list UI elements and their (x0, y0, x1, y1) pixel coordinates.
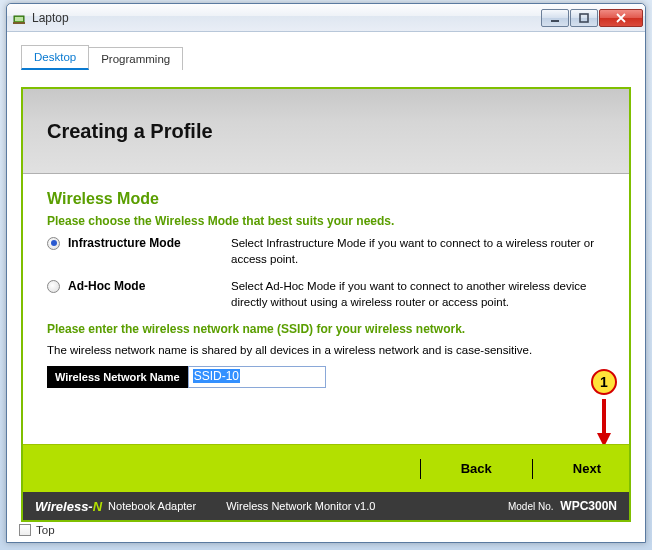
separator-icon (420, 459, 421, 479)
back-button[interactable]: Back (461, 461, 492, 476)
nav-bar: Back Next (23, 444, 629, 492)
label-infrastructure: Infrastructure Mode (68, 236, 181, 250)
minimize-button[interactable] (541, 9, 569, 27)
arrow-down-icon (587, 397, 621, 447)
svg-rect-2 (13, 22, 25, 24)
prompt-mode: Please choose the Wireless Mode that bes… (47, 214, 605, 228)
tab-desktop[interactable]: Desktop (21, 45, 89, 70)
adapter-label: Notebook Adapter (108, 500, 196, 512)
prompt-ssid: Please enter the wireless network name (… (47, 322, 605, 336)
desc-adhoc: Select Ad-Hoc Mode if you want to connec… (231, 279, 605, 310)
next-button[interactable]: Next (573, 461, 601, 476)
ssid-field-label: Wireless Network Name (47, 366, 188, 388)
callout-number: 1 (591, 369, 617, 395)
section-wireless-mode: Wireless Mode (47, 190, 605, 208)
tab-row: Desktop Programming (21, 44, 171, 70)
top-checkbox-row: Top (19, 524, 55, 536)
app-icon (13, 11, 27, 25)
titlebar[interactable]: Laptop (7, 4, 645, 32)
panel-header: Creating a Profile (23, 89, 629, 174)
radio-adhoc[interactable] (47, 280, 60, 293)
svg-rect-3 (551, 20, 559, 22)
ssid-input[interactable]: SSID-10 (188, 366, 326, 388)
tab-programming[interactable]: Programming (88, 47, 183, 70)
close-button[interactable] (599, 9, 643, 27)
adapter-panel: Creating a Profile Wireless Mode Please … (21, 87, 631, 522)
svg-rect-1 (15, 17, 23, 21)
separator-icon (532, 459, 533, 479)
page-title: Creating a Profile (47, 120, 213, 143)
app-window: Laptop Desktop Programming Creating a Pr… (6, 3, 646, 543)
callout-annotation: 1 (587, 369, 621, 447)
maximize-button[interactable] (570, 9, 598, 27)
monitor-label: Wireless Network Monitor v1.0 (226, 500, 375, 512)
radio-infrastructure[interactable] (47, 237, 60, 250)
brand-label: Wireless-N (35, 499, 102, 514)
window-title: Laptop (32, 11, 541, 25)
svg-rect-4 (580, 14, 588, 22)
top-checkbox-label: Top (36, 524, 55, 536)
panel-footer: Wireless-N Notebook Adapter Wireless Net… (23, 492, 629, 520)
model-number: Model No. WPC300N (508, 499, 617, 513)
label-adhoc: Ad-Hoc Mode (68, 279, 145, 293)
top-checkbox[interactable] (19, 524, 31, 536)
desc-infrastructure: Select Infrastructure Mode if you want t… (231, 236, 605, 267)
ssid-note: The wireless network name is shared by a… (47, 344, 605, 356)
